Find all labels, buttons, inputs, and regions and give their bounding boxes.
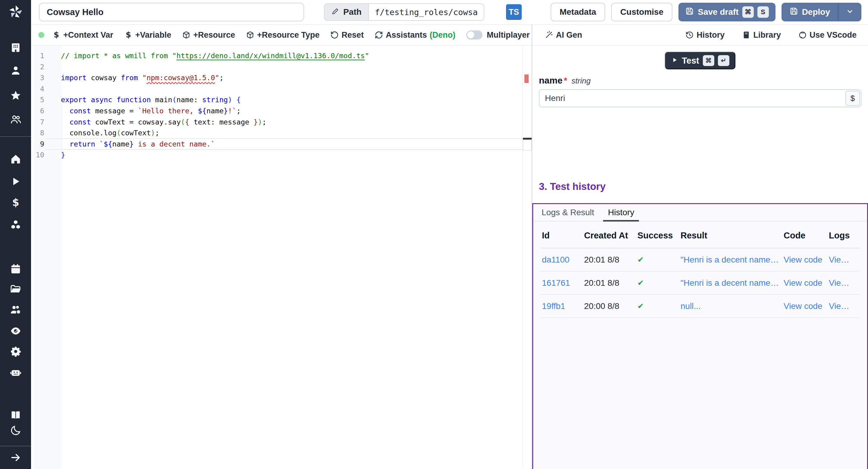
enter-key-badge: ↵: [718, 55, 730, 66]
add-resource-type-button[interactable]: +Resource Type: [246, 30, 319, 40]
sidebar-item-users-cog-icon[interactable]: [10, 304, 22, 316]
dollar-icon: $: [52, 31, 61, 39]
code-line: 1// import * as wmill from "https://deno…: [31, 50, 523, 61]
refresh-icon: [375, 31, 383, 39]
test-label: Test: [682, 56, 699, 66]
insert-variable-button[interactable]: $: [845, 91, 860, 106]
windmill-logo-icon[interactable]: [7, 4, 24, 21]
save-icon: [685, 7, 694, 18]
success-check-icon: ✔: [638, 279, 681, 287]
sidebar-item-building-icon[interactable]: [10, 42, 22, 53]
deploy-label: Deploy: [802, 7, 830, 17]
test-button[interactable]: Test ⌘ ↵: [665, 52, 735, 69]
script-name-input[interactable]: [39, 3, 304, 22]
chevron-down-icon: [846, 7, 854, 17]
sidebar-item-boxes-icon[interactable]: [10, 219, 22, 231]
view-code-link[interactable]: View code: [784, 302, 829, 311]
result-link[interactable]: "Henri is a decent name."...: [681, 255, 784, 264]
tab-logs-result[interactable]: Logs & Result: [541, 204, 594, 221]
sidebar-divider: [0, 136, 31, 137]
metadata-button[interactable]: Metadata: [551, 3, 605, 22]
package-icon: [182, 31, 190, 39]
created-at: 20:00 8/8: [584, 302, 638, 311]
run-id-link[interactable]: 19ffb1: [542, 302, 584, 311]
created-at: 20:01 8/8: [584, 278, 638, 288]
sidebar-item-bot-icon[interactable]: [10, 367, 22, 378]
column-header: Logs: [829, 230, 859, 241]
code-line: 8 console.log(cowText);: [31, 127, 523, 139]
path-value: f/testing_roles/cowsa: [368, 4, 484, 20]
add-context-var-button[interactable]: $ +Context Var: [52, 30, 113, 40]
run-id-link[interactable]: da1100: [542, 255, 584, 264]
result-link[interactable]: "Henri is a decent name"...: [681, 278, 784, 288]
sidebar-item-star-icon[interactable]: [10, 90, 22, 101]
code-line: 9 return `${name} is a decent name.`: [31, 139, 523, 150]
save-draft-button[interactable]: Save draft ⌘ S: [678, 3, 775, 22]
code-line: 4: [31, 84, 523, 95]
sidebar-item-play-icon[interactable]: [10, 176, 22, 187]
play-icon: [671, 56, 678, 66]
path-label: Path: [343, 7, 362, 17]
result-link[interactable]: null...: [681, 302, 784, 311]
multiplayer-toggle[interactable]: [466, 30, 483, 39]
code-line: 2: [31, 61, 523, 73]
wand-icon: [545, 31, 553, 39]
pencil-icon: [331, 7, 340, 18]
sidebar-item-dollar-icon[interactable]: $: [10, 197, 22, 209]
column-header: Result: [681, 230, 784, 241]
use-vscode-button[interactable]: Use VScode: [798, 30, 857, 40]
assistants-button[interactable]: Assistants (Deno): [375, 30, 456, 40]
view-logs-link[interactable]: View logs: [829, 302, 859, 311]
code-line: 6 const message = `Hello there, ${name}!…: [31, 105, 523, 117]
rotate-ccw-icon: [330, 31, 339, 39]
column-header: Code: [784, 230, 829, 241]
sidebar-item-home-icon[interactable]: [10, 153, 22, 165]
view-logs-link[interactable]: View logs: [829, 255, 859, 264]
history-button[interactable]: History: [685, 30, 724, 40]
view-code-link[interactable]: View code: [784, 278, 829, 288]
sidebar-item-calendar-icon[interactable]: [10, 263, 22, 275]
svg-text:$: $: [12, 197, 19, 208]
run-id-link[interactable]: 161761: [542, 278, 584, 288]
library-button[interactable]: Library: [742, 30, 781, 40]
ai-gen-button[interactable]: AI Gen: [545, 30, 582, 40]
field-name-label: name: [539, 75, 562, 86]
book-icon: [742, 31, 750, 39]
sidebar-item-settings-icon[interactable]: [10, 346, 22, 357]
field-type-label: string: [571, 76, 591, 86]
customise-button[interactable]: Customise: [611, 3, 673, 22]
sidebar-item-arrow-right-icon[interactable]: [10, 452, 22, 463]
sidebar-item-users-icon[interactable]: [10, 114, 22, 125]
history-tabs: Logs & Result History: [533, 204, 867, 222]
editor-toolbar: $ +Context Var $ +Variable +Resource +Re…: [31, 25, 868, 46]
add-resource-button[interactable]: +Resource: [182, 30, 235, 40]
error-marker: [524, 74, 529, 83]
deploy-button[interactable]: Deploy: [781, 3, 838, 22]
sidebar-item-user-icon[interactable]: [10, 65, 22, 76]
test-panel: Test ⌘ ↵ name * string $ 3. Test history…: [532, 46, 868, 469]
sidebar-item-moon-icon[interactable]: [10, 425, 22, 436]
deploy-button-group: Deploy: [781, 3, 861, 22]
add-variable-button[interactable]: $ +Variable: [124, 30, 171, 40]
reset-button[interactable]: Reset: [330, 30, 364, 40]
dollar-icon: $: [124, 31, 133, 39]
success-check-icon: ✔: [638, 255, 681, 264]
overview-ruler[interactable]: [523, 46, 532, 469]
view-code-link[interactable]: View code: [784, 255, 829, 264]
sidebar-item-book-open-icon[interactable]: [10, 409, 22, 421]
multiplayer-label: Multiplayer: [487, 30, 530, 40]
sidebar-item-folder-open-icon[interactable]: [10, 284, 22, 295]
sidebar-item-eye-icon[interactable]: [10, 325, 22, 337]
test-history-container: Logs & Result History IdCreated AtSucces…: [532, 203, 868, 469]
path-button[interactable]: Path f/testing_roles/cowsa: [324, 3, 484, 21]
code-editor[interactable]: 1// import * as wmill from "https://deno…: [31, 46, 532, 469]
viewport-marker: [523, 139, 532, 150]
github-icon: [798, 31, 807, 39]
view-logs-link[interactable]: View logs: [829, 278, 859, 288]
tab-history[interactable]: History: [608, 204, 634, 221]
svg-text:$: $: [126, 31, 131, 39]
history-icon: [685, 31, 694, 39]
table-row: 16176120:01 8/8✔"Henri is a decent name"…: [541, 272, 859, 295]
name-field-input[interactable]: [539, 89, 861, 107]
deploy-dropdown-button[interactable]: [838, 3, 861, 22]
